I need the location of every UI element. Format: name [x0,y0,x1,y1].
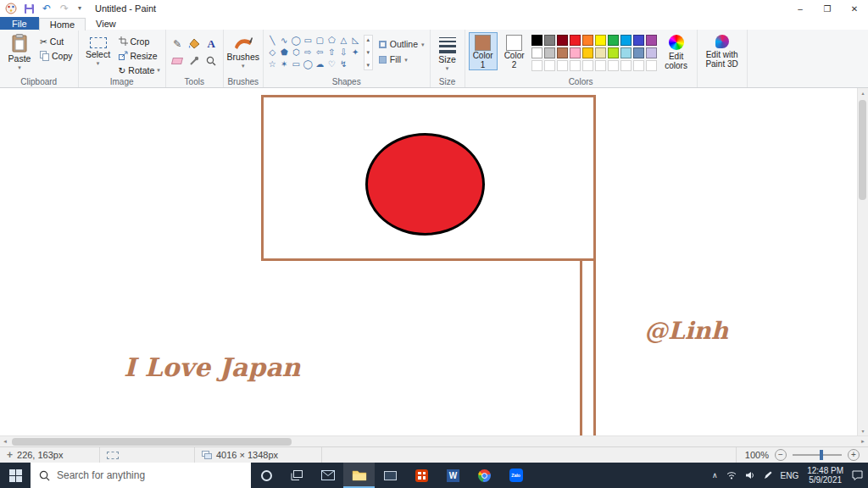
app-icon-word[interactable]: W [437,463,469,488]
paint-app-icon[interactable] [4,2,18,15]
palette-custom-slot[interactable] [570,60,581,71]
crop-button[interactable]: Crop [117,35,162,47]
palette-custom-slot[interactable] [531,60,542,71]
palette-swatch[interactable] [608,47,619,58]
color1-button[interactable]: Color 1 [469,32,498,70]
network-icon[interactable] [726,471,737,480]
shape-star-5-icon[interactable]: ☆ [267,58,278,69]
zoom-slider[interactable] [793,449,842,461]
pen-icon[interactable] [764,471,772,480]
shape-callout-rounded-icon[interactable]: ▭ [291,58,302,69]
action-center-icon[interactable] [852,470,863,480]
fill-tool-icon[interactable] [186,36,203,52]
fill-button[interactable]: Fill ▾ [379,54,425,64]
shape-star-6-icon[interactable]: ✶ [279,58,290,69]
shape-polygon-icon[interactable]: ⬠ [326,35,337,46]
shape-star-4-icon[interactable]: ✦ [350,47,361,58]
shape-diamond-icon[interactable]: ◇ [267,47,278,58]
close-button[interactable]: ✕ [841,0,868,17]
shape-lightning-icon[interactable]: ↯ [338,58,349,69]
app-icon-mail[interactable] [312,463,343,488]
shape-hexagon-icon[interactable]: ⬡ [291,47,302,58]
save-icon[interactable] [22,2,36,15]
pencil-tool-icon[interactable]: ✎ [170,36,186,52]
palette-swatch[interactable] [570,35,581,46]
shape-pentagon-icon[interactable]: ⬟ [279,47,290,58]
shape-triangle-icon[interactable]: △ [338,35,349,46]
palette-swatch[interactable] [544,35,555,46]
quick-access-dropdown-icon[interactable]: ▾ [75,2,84,15]
palette-swatch[interactable] [582,35,593,46]
shape-curve-icon[interactable]: ∿ [279,35,290,46]
horizontal-scrollbar-thumb[interactable] [12,438,292,446]
shape-oval-icon[interactable]: ◯ [291,35,302,46]
restore-button[interactable]: ❐ [814,0,841,17]
zoom-slider-thumb[interactable] [820,450,823,460]
shape-arrow-down-icon[interactable]: ⇩ [338,47,349,58]
palette-custom-slot[interactable] [608,60,619,71]
hidden-icons-button[interactable]: ∧ [712,471,718,480]
canvas[interactable]: I Love Japan @Linh ▴ ▾ [0,88,868,435]
text-tool-icon[interactable]: A [203,36,220,52]
palette-swatch[interactable] [531,35,542,46]
tab-home[interactable]: Home [39,18,86,30]
redo-icon[interactable]: ↷ [58,2,71,15]
shape-heart-icon[interactable]: ♡ [326,58,337,69]
shapes-scroll-down-icon[interactable]: ▾ [367,49,370,56]
size-button[interactable]: Size ▾ [434,32,461,77]
app-icon-monitor[interactable] [375,463,406,488]
copy-button[interactable]: Copy [38,49,75,62]
edit-colors-button[interactable]: Edit colors [659,32,693,70]
palette-swatch[interactable] [595,35,606,46]
palette-swatch[interactable] [570,47,581,58]
scroll-up-icon[interactable]: ▴ [861,90,864,96]
app-icon-chrome[interactable] [469,463,500,488]
search-input[interactable] [57,469,226,481]
select-button[interactable]: Select ▾ [82,32,114,77]
language-indicator[interactable]: ENG [781,471,799,480]
speaker-icon[interactable] [745,471,755,480]
palette-swatch[interactable] [608,35,619,46]
shape-arrow-up-icon[interactable]: ⇧ [326,47,337,58]
palette-swatch[interactable] [544,47,555,58]
brushes-button[interactable]: Brushes ▾ [227,32,259,77]
shape-callout-cloud-icon[interactable]: ☁ [314,58,326,69]
palette-custom-slot[interactable] [633,60,644,71]
palette-swatch[interactable] [633,35,644,46]
palette-custom-slot[interactable] [557,60,568,71]
scroll-right-icon[interactable]: ► [860,439,865,444]
edit-paint3d-button[interactable]: Edit with Paint 3D [701,32,743,69]
horizontal-scrollbar[interactable]: ◄ ► [0,435,868,446]
start-button[interactable] [0,463,31,488]
shape-arrow-left-icon[interactable]: ⇦ [314,47,326,58]
shape-line-icon[interactable]: ╲ [267,35,278,46]
task-view-button[interactable] [281,463,312,488]
shape-right-triangle-icon[interactable]: ◺ [350,35,361,46]
vertical-scrollbar-thumb[interactable] [859,100,866,200]
palette-swatch[interactable] [646,47,657,58]
palette-custom-slot[interactable] [595,60,606,71]
shape-arrow-right-icon[interactable]: ⇨ [303,47,314,58]
tab-view[interactable]: View [86,17,126,30]
shape-rectangle-icon[interactable]: ▭ [303,35,314,46]
palette-custom-slot[interactable] [620,60,632,71]
shape-callout-oval-icon[interactable]: ◯ [303,58,314,69]
cortana-button[interactable] [251,463,281,488]
taskbar-search[interactable] [31,463,251,488]
paste-button[interactable]: Paste ▾ [3,32,36,77]
palette-swatch[interactable] [620,47,632,58]
palette-swatch[interactable] [595,47,606,58]
palette-custom-slot[interactable] [582,60,593,71]
shapes-scroll-up-icon[interactable]: ▴ [367,36,370,43]
color2-button[interactable]: Color 2 [500,32,529,70]
tab-file[interactable]: File [0,17,39,30]
app-icon-red-grid[interactable] [406,463,437,488]
palette-swatch[interactable] [646,35,657,46]
zoom-in-button[interactable]: + [848,449,860,461]
rotate-button[interactable]: ↻ Rotate ▾ [117,64,162,76]
app-icon-zalo[interactable]: Zalo [500,463,531,488]
scroll-down-icon[interactable]: ▾ [861,428,864,434]
magnifier-tool-icon[interactable] [203,53,220,69]
shapes-more-icon[interactable]: ▾ [367,62,370,69]
eraser-tool-icon[interactable] [170,53,186,69]
